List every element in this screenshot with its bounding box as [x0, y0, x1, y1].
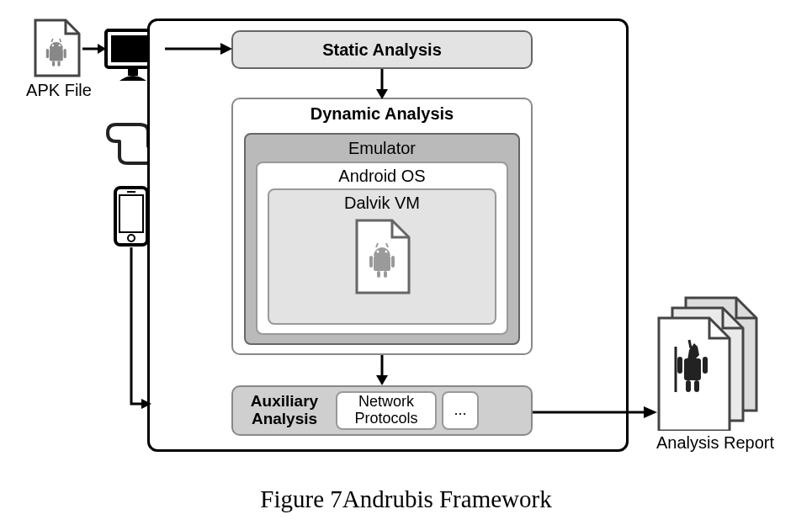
svg-point-24 [385, 251, 388, 253]
svg-point-23 [377, 251, 379, 253]
svg-rect-0 [50, 49, 63, 61]
svg-point-8 [59, 45, 61, 46]
diagram-canvas: APK File Static Analysis Dynamic Analysi… [0, 0, 812, 525]
arrow-dynamic-to-auxiliary [374, 355, 390, 385]
arrow-static-to-dynamic [374, 69, 390, 99]
etc-pill: ... [442, 391, 479, 430]
svg-marker-28 [220, 43, 232, 55]
arrow-apk-to-monitor [82, 42, 106, 56]
static-analysis-box: Static Analysis [231, 30, 533, 69]
svg-rect-38 [703, 357, 708, 374]
auxiliary-analysis-box: Auxiliary Analysis Network Protocols ... [231, 385, 533, 436]
svg-marker-32 [376, 375, 388, 385]
svg-rect-2 [64, 49, 66, 58]
app-file-icon [353, 219, 412, 296]
static-analysis-label: Static Analysis [322, 40, 442, 60]
arrow-frame-to-report [533, 404, 657, 421]
svg-rect-13 [119, 195, 143, 232]
network-protocols-pill: Network Protocols [336, 391, 437, 430]
arrow-phone-to-frame [125, 247, 158, 416]
svg-marker-33 [141, 399, 151, 409]
svg-rect-17 [369, 256, 373, 268]
svg-rect-40 [694, 380, 699, 392]
arrow-monitor-to-static [165, 40, 232, 57]
svg-marker-26 [98, 44, 106, 54]
smartphone-icon [113, 185, 150, 247]
apk-file-label: APK File [17, 81, 101, 100]
svg-rect-3 [52, 61, 55, 66]
svg-rect-20 [384, 271, 387, 278]
auxiliary-analysis-label: Auxiliary Analysis [238, 393, 331, 428]
dalvik-vm-label: Dalvik VM [269, 194, 495, 213]
svg-marker-30 [376, 89, 388, 99]
analysis-report-icon [652, 296, 778, 431]
apk-file-icon [32, 19, 82, 79]
svg-rect-4 [57, 61, 60, 66]
svg-rect-19 [377, 271, 380, 278]
android-os-label: Android OS [257, 167, 507, 186]
dynamic-analysis-label: Dynamic Analysis [233, 104, 531, 124]
analysis-report-label: Analysis Report [635, 433, 795, 453]
emulator-label: Emulator [246, 139, 518, 158]
figure-caption: Figure 7Andrubis Framework [0, 485, 812, 513]
svg-rect-36 [684, 358, 701, 380]
svg-rect-11 [128, 67, 138, 76]
svg-rect-39 [686, 380, 691, 392]
svg-rect-1 [46, 49, 49, 58]
svg-point-7 [52, 45, 54, 46]
svg-rect-37 [677, 357, 682, 374]
svg-rect-18 [391, 256, 395, 268]
svg-rect-16 [374, 256, 390, 271]
svg-rect-15 [127, 191, 135, 193]
